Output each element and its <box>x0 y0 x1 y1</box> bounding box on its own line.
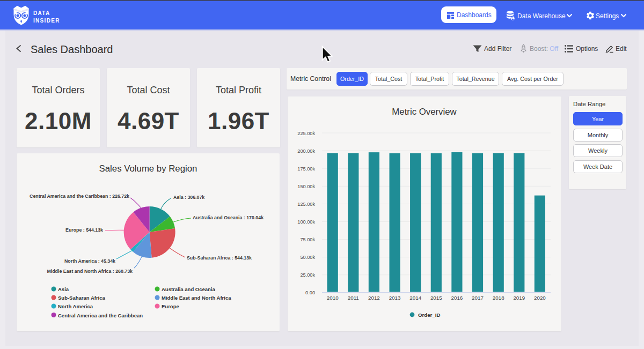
svg-text:2013: 2013 <box>389 295 401 301</box>
svg-text:2012: 2012 <box>368 295 380 301</box>
svg-text:Sub-Saharan Africa: Sub-Saharan Africa <box>58 295 106 301</box>
svg-text:Asia : 306.07k: Asia : 306.07k <box>173 195 204 200</box>
svg-text:Middle East and North Africa: Middle East and North Africa <box>162 295 231 301</box>
svg-text:Australia and Oceania: Australia and Oceania <box>162 286 216 292</box>
svg-text:50.00k: 50.00k <box>300 255 315 260</box>
svg-text:150.00k: 150.00k <box>297 184 315 189</box>
svg-text:2019: 2019 <box>513 295 525 301</box>
svg-text:75.00k: 75.00k <box>300 237 315 242</box>
svg-text:125.00k: 125.00k <box>297 202 315 207</box>
svg-text:2010: 2010 <box>327 295 339 301</box>
svg-text:2020: 2020 <box>534 295 546 301</box>
svg-text:100.00k: 100.00k <box>297 219 315 225</box>
svg-text:2017: 2017 <box>472 295 484 301</box>
svg-text:2016: 2016 <box>451 295 463 301</box>
svg-text:Sub-Saharan Africa : 544.13k: Sub-Saharan Africa : 544.13k <box>187 255 252 261</box>
svg-text:225.00k: 225.00k <box>297 131 315 136</box>
svg-text:Europe : 544.13k: Europe : 544.13k <box>65 227 103 233</box>
svg-text:2011: 2011 <box>348 295 359 301</box>
svg-text:25.00k: 25.00k <box>300 272 315 278</box>
svg-text:Middle East and North Africa :: Middle East and North Africa : 260.73k <box>47 269 133 274</box>
svg-text:2014: 2014 <box>409 295 421 301</box>
svg-text:Asia: Asia <box>58 286 69 292</box>
svg-text:Europe: Europe <box>162 303 179 309</box>
svg-text:North America : 45.34k: North America : 45.34k <box>64 258 115 264</box>
svg-text:Central America and the Caribb: Central America and the Caribbean : 226.… <box>30 194 129 199</box>
svg-text:175.00k: 175.00k <box>297 166 315 172</box>
svg-text:2015: 2015 <box>430 295 442 301</box>
svg-text:North America: North America <box>58 303 93 309</box>
svg-text:Australia and Oceania : 170.04: Australia and Oceania : 170.04k <box>193 215 264 220</box>
svg-text:2018: 2018 <box>493 295 504 301</box>
svg-text:Central America and the Caribb: Central America and the Caribbean <box>58 313 143 318</box>
svg-text:Order_ID: Order_ID <box>418 312 440 318</box>
svg-text:200.00k: 200.00k <box>297 148 315 154</box>
svg-text:0.00: 0.00 <box>305 290 315 295</box>
